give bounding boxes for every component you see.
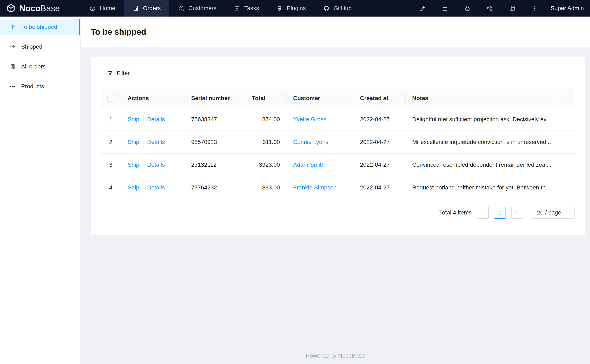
nav-label: GitHub: [333, 5, 351, 12]
nav-label: Home: [100, 5, 115, 12]
serial-number-cell: 98570923: [185, 131, 245, 153]
user-menu[interactable]: Super Admin: [546, 5, 590, 12]
tab-orders[interactable]: Orders: [124, 0, 170, 17]
check-square-icon: [234, 5, 240, 11]
details-link[interactable]: Details: [147, 116, 165, 123]
ship-link[interactable]: Ship: [128, 116, 139, 123]
table-header-row: Actions Serial number Total Customer Cre…: [101, 89, 575, 108]
actions-cell: ShipDetails: [121, 153, 185, 176]
table-row: 2 ShipDetails 98570923 311.00 Connie Lyo…: [101, 131, 575, 153]
ship-link[interactable]: Ship: [128, 139, 139, 145]
people-icon: [178, 5, 184, 11]
ship-link[interactable]: Ship: [128, 162, 139, 168]
tab-plugins[interactable]: Plugins: [268, 0, 314, 17]
sidebar-item-shipped[interactable]: Shipped: [0, 39, 80, 55]
chevron-left-icon: [480, 210, 485, 215]
col-header-created-at: Created at: [353, 89, 405, 108]
sidebar-item-all-orders[interactable]: All orders: [0, 58, 80, 75]
notes-cell: Mr excellence inquietude conviction is i…: [405, 131, 558, 153]
sidebar-item-to-be-shipped[interactable]: To be shipped: [0, 19, 80, 35]
list-icon: [10, 83, 16, 90]
tab-customers[interactable]: Customers: [169, 0, 225, 17]
brand-light: Base: [40, 4, 60, 13]
pagination-total: Total 4 items: [439, 209, 471, 216]
tab-home[interactable]: Home: [81, 0, 124, 17]
total-cell: 893.00: [245, 176, 286, 199]
created-at-cell: 2022-04-27: [353, 131, 405, 153]
row-index-cell: 1: [101, 108, 121, 131]
database-icon[interactable]: [434, 0, 456, 17]
topbar: NocoBase Home Orders: [0, 0, 590, 17]
customer-link[interactable]: Frankie Simpson: [293, 184, 337, 191]
brand-bold: Noco: [20, 4, 40, 13]
filter-label: Filter: [117, 70, 130, 77]
customer-cell: Connie Lyons: [286, 131, 353, 153]
tab-github[interactable]: GitHub: [314, 0, 360, 17]
sidebar-item-label: Products: [21, 83, 44, 90]
customer-link[interactable]: Yvette Gross: [293, 116, 326, 123]
total-cell: 3923.00: [245, 153, 286, 176]
powered-by-text: Powered by NocoBase: [306, 352, 365, 359]
col-header-customer: Customer: [286, 89, 353, 108]
row-index-cell: 2: [101, 131, 121, 153]
topbar-actions: Super Admin: [411, 0, 590, 17]
customer-link[interactable]: Adam Smith: [293, 162, 325, 168]
row-index-cell: 4: [101, 176, 121, 199]
serial-number-cell: 23132112: [185, 153, 245, 176]
row-index-cell: 3: [101, 153, 121, 176]
actions-cell: ShipDetails: [121, 108, 185, 131]
created-at-cell: 2022-04-27: [353, 153, 405, 176]
details-link[interactable]: Details: [147, 162, 165, 168]
lock-icon[interactable]: [456, 0, 479, 17]
total-cell: 311.00: [245, 131, 286, 153]
topbar-spacer: [360, 0, 411, 17]
nav-label: Orders: [143, 5, 161, 12]
main-area: To be shipped Filter: [81, 17, 590, 364]
col-header-serial-number: Serial number: [185, 89, 245, 108]
filter-button[interactable]: Filter: [101, 67, 136, 79]
details-link[interactable]: Details: [147, 184, 165, 191]
sidebar-item-label: All orders: [21, 63, 46, 70]
customer-link[interactable]: Connie Lyons: [293, 139, 328, 145]
created-at-cell: 2022-04-27: [353, 176, 405, 199]
empty-cell: [558, 131, 575, 153]
arrow-right-icon: [10, 44, 16, 50]
next-page-button[interactable]: [511, 207, 523, 219]
body: To be shipped Shipped All orders: [0, 17, 590, 364]
notes-cell: Delightful met sufficient projection ask…: [405, 108, 558, 131]
sidebar: To be shipped Shipped All orders: [0, 17, 81, 364]
select-all-checkbox[interactable]: [107, 95, 114, 102]
actions-cell: ShipDetails: [121, 131, 185, 153]
sidebar-item-label: To be shipped: [21, 24, 57, 30]
kebab-menu-icon[interactable]: [523, 0, 546, 17]
top-nav: Home Orders: [81, 0, 360, 17]
actions-cell: ShipDetails: [121, 176, 185, 199]
logo[interactable]: NocoBase: [0, 0, 81, 17]
nav-label: Tasks: [244, 5, 259, 12]
customer-cell: Adam Smith: [286, 153, 353, 176]
pen-icon[interactable]: [411, 0, 434, 17]
layout-icon[interactable]: [501, 0, 523, 17]
chevron-right-icon: [515, 210, 520, 215]
app-window: NocoBase Home Orders: [0, 0, 590, 364]
sidebar-item-products[interactable]: Products: [0, 78, 80, 95]
nocobase-cube-icon: [6, 4, 16, 13]
page-header: To be shipped: [81, 17, 590, 47]
table-row: 3 ShipDetails 23132112 3923.00 Adam Smit…: [101, 153, 575, 176]
col-header-total: Total: [245, 89, 286, 108]
page-footer: Powered by NocoBase: [81, 349, 590, 364]
page-1-button[interactable]: 1: [494, 207, 506, 219]
serial-number-cell: 73764232: [185, 176, 245, 199]
funnel-icon: [107, 70, 113, 76]
empty-cell: [558, 153, 575, 176]
ship-link[interactable]: Ship: [128, 184, 139, 191]
arrow-up-icon: [10, 24, 16, 30]
brand-text: NocoBase: [20, 4, 60, 13]
tab-tasks[interactable]: Tasks: [225, 0, 268, 17]
page-size-select[interactable]: 20 / page: [532, 207, 575, 219]
select-all-cell: [101, 89, 121, 108]
org-chart-icon[interactable]: [479, 0, 501, 17]
action-divider: [143, 140, 143, 145]
details-link[interactable]: Details: [147, 139, 165, 145]
prev-page-button[interactable]: [477, 207, 489, 219]
